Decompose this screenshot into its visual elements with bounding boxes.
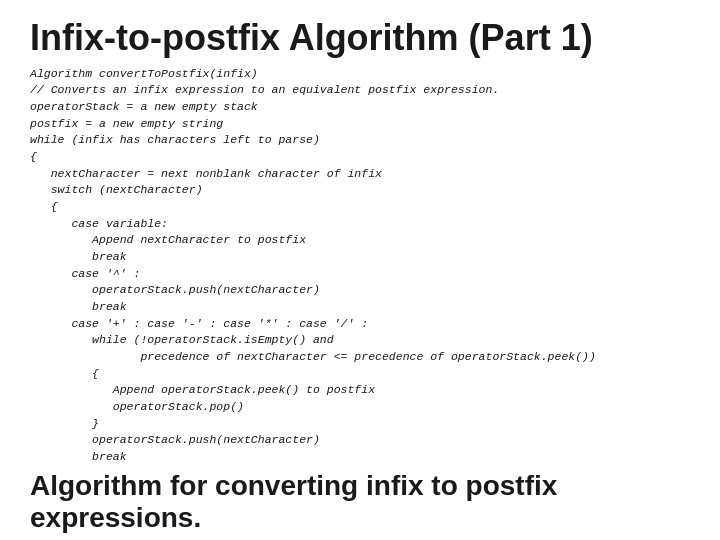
code-line-23: operatorStack.push(nextCharacter) — [30, 433, 320, 446]
code-line-13: case '^' : — [30, 267, 140, 280]
code-block: Algorithm convertToPostfix(infix) // Con… — [30, 66, 690, 466]
code-line-20: Append operatorStack.peek() to postfix — [30, 383, 375, 396]
code-line-22: } — [30, 417, 99, 430]
code-line-21: operatorStack.pop() — [30, 400, 244, 413]
slide: Infix-to-postfix Algorithm (Part 1) Algo… — [0, 0, 720, 540]
code-line-18: precedence of nextCharacter <= precedenc… — [30, 350, 596, 363]
code-line-19: { — [30, 367, 99, 380]
code-line-7: nextCharacter = next nonblank character … — [30, 167, 382, 180]
code-line-17: while (!operatorStack.isEmpty() and — [30, 333, 334, 346]
code-line-24: break — [30, 450, 127, 463]
code-line-9: { — [30, 200, 58, 213]
code-line-12: break — [30, 250, 127, 263]
code-line-3: operatorStack = a new empty stack — [30, 100, 258, 113]
code-line-4: postfix = a new empty string — [30, 117, 223, 130]
slide-title: Infix-to-postfix Algorithm (Part 1) — [30, 18, 690, 58]
footer-text: Algorithm for converting infix to postfi… — [30, 470, 690, 534]
code-line-5: while (infix has characters left to pars… — [30, 133, 320, 146]
code-line-15: break — [30, 300, 127, 313]
code-line-8: switch (nextCharacter) — [30, 183, 203, 196]
code-line-14: operatorStack.push(nextCharacter) — [30, 283, 320, 296]
code-line-1: Algorithm convertToPostfix(infix) — [30, 67, 258, 80]
code-line-11: Append nextCharacter to postfix — [30, 233, 306, 246]
code-line-16: case '+' : case '-' : case '*' : case '/… — [30, 317, 368, 330]
code-line-10: case variable: — [30, 217, 168, 230]
code-line-6: { — [30, 150, 37, 163]
code-line-2: // Converts an infix expression to an eq… — [30, 83, 499, 96]
